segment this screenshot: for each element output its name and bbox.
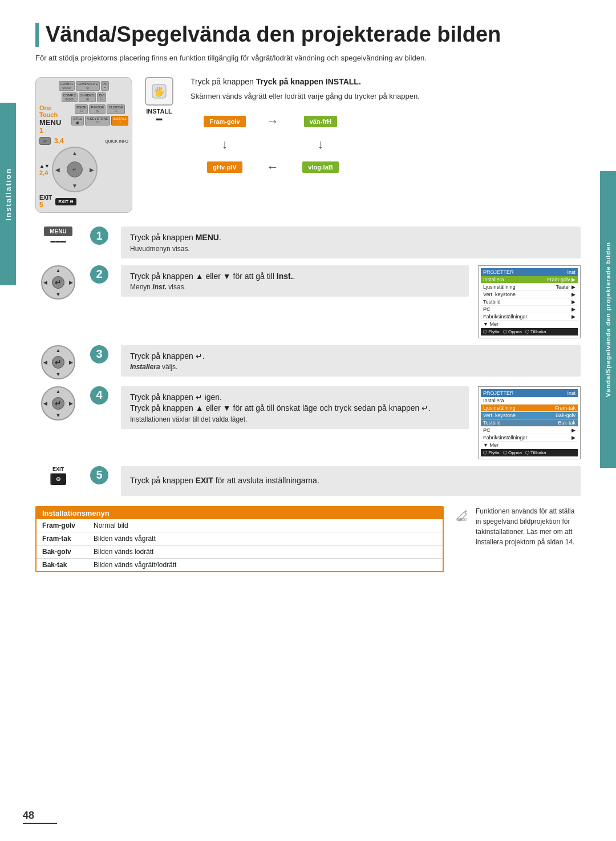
screen2-header: PROJETTER Inst (481, 389, 578, 397)
screen1-row-4: PC▶ (481, 306, 578, 313)
step-4-icon: ▲ ▼ ◀ ▶ ↵ (35, 386, 81, 420)
step-3-nav: ▲ ▼ ◀ ▶ ↵ (41, 345, 75, 379)
step-2-nav-down: ▼ (56, 292, 61, 297)
obs-text: Funktionen används för att ställa in spe… (476, 506, 581, 547)
sidebar-right: Vända/Spegelvända den projekterade bilde… (600, 171, 616, 468)
step-3-main-text: Tryck på knappen ↵. (130, 351, 572, 362)
composite-button: COMPOSITE⊙ (76, 81, 100, 91)
psize-button: PSIZE□ (75, 104, 88, 114)
step-2-nav: ▲ ▼ ◀ ▶ ↵ (41, 265, 75, 300)
nav-circle: ▲ ▼ ◀ ▶ ↵ (52, 147, 98, 192)
step-2-nav-left: ◀ (43, 280, 47, 285)
nav-up-arrow[interactable]: ▲ (72, 150, 78, 156)
step-4-nav: ▲ ▼ ◀ ▶ ↵ (41, 386, 75, 420)
quick-button: QUICK (105, 139, 117, 143)
diagram-bottom-right: vlog-laB (302, 161, 338, 173)
diagram-top-right: vän-frH (304, 116, 338, 127)
arrow-down-right-icon: ↓ (318, 137, 324, 152)
step-3-sub-text: Installera väljs. (130, 363, 572, 371)
pamode-button: P.MODE⊙ (89, 104, 106, 114)
install-icon-area: 🖐 INSTALL▬ (145, 77, 173, 122)
table-cell-key: Bak-tak (37, 558, 88, 571)
step-2-main-text: Tryck på knappen ▲ eller ▼ för att gå ti… (130, 271, 460, 282)
screen2-row-4: PC▶ (481, 427, 578, 434)
nav-right-arrow[interactable]: ▶ (90, 167, 94, 173)
table-row: Bak-golv Bilden vänds lodrätt (37, 545, 443, 558)
table-cell-value: Bilden vänds lodrätt (88, 545, 443, 558)
step-1-icon: MENU ▬▬▬ (35, 227, 81, 244)
one-touch-label: One Touch (39, 104, 67, 118)
sidebar-right-label: Vända/Spegelvända den projekterade bilde… (605, 242, 611, 397)
step-3-nav-left: ◀ (43, 359, 47, 365)
step-1-row: MENU ▬▬▬ 1 Tryck på knappen MENU. Huvudm… (35, 227, 581, 258)
screen1-row-6: ▼ Mer (481, 321, 578, 328)
step-4-row: ▲ ▼ ◀ ▶ ↵ 4 Tryck på knappen ↵ igen. Try… (35, 386, 581, 459)
step-4-content: Tryck på knappen ↵ igen. Tryck på knappe… (121, 386, 469, 429)
step-5-icon: EXIT ⊖ (35, 466, 81, 485)
screen1-row-3: Testbild▶ (481, 298, 578, 306)
install-icon: 🖐 (145, 77, 173, 106)
dvi-button: DVI□ (97, 92, 106, 102)
screen2-row-2: Vert. keystoneBak-golv (481, 412, 578, 419)
menu-btn-icon: MENU (44, 227, 72, 236)
step-3-nav-right: ▶ (69, 359, 73, 365)
table-cell-value: Normal bild (88, 519, 443, 532)
nav-down-arrow[interactable]: ▼ (72, 183, 78, 189)
exit-label: EXIT (39, 195, 52, 201)
table-cell-key: Fram-tak (37, 532, 88, 545)
step-4-main-text: Tryck på knappen ↵ igen. Tryck på knappe… (130, 392, 460, 414)
step-1-content: Tryck på knappen MENU. Huvudmenyn visas. (121, 227, 581, 258)
table-cell-value: Bilden vänds vågrätt/lodrätt (88, 558, 443, 571)
nav-left-arrow[interactable]: ◀ (55, 167, 60, 173)
instructions-area: Tryck på knappen Tryck på knappen INSTAL… (185, 77, 581, 213)
arrow-right-icon: → (266, 114, 279, 129)
sidebar-left-label: Installation (4, 168, 13, 221)
pc-button: PC⌐ (101, 81, 109, 91)
screen2-row-5: Fabriksinställningar▶ (481, 434, 578, 442)
step-2-nav-center: ↵ (52, 276, 64, 289)
table-cell-value: Bilden vänds vågrätt (88, 532, 443, 545)
table-cell-key: Bak-golv (37, 545, 88, 558)
table-row: Fram-golv Normal bild (37, 519, 443, 532)
top-section: COMP.1⊙⊙⊙ COMPOSITE⊙ PC⌐ COMP.2⊙⊙⊙ S-VID… (35, 77, 581, 213)
svideo-button: S-VIDEO⊙ (79, 92, 96, 102)
step-1-number: 1 (90, 227, 108, 245)
projector-screen-1: PROJETTER Inst InstalleraFram-golv ▶ Lju… (478, 265, 581, 338)
vkeystone-button: V.KEYSTONE□ (85, 116, 110, 126)
step-4-sub-text: Installationen växlar till det valda läg… (130, 415, 460, 423)
page-number: 48 (23, 810, 57, 824)
step-3-row: ▲ ▼ ◀ ▶ ↵ 3 Tryck på knappen ↵. Installe… (35, 345, 581, 379)
step-5-exit-btn[interactable]: ⊖ (50, 473, 66, 485)
step-4-number: 4 (90, 386, 108, 405)
sidebar-left: Installation (0, 103, 16, 285)
diagram-bottom-left: gHv-pIV (207, 161, 242, 173)
comp2-button: COMP.2⊙⊙⊙ (62, 92, 78, 102)
step-1-main-text: Tryck på knappen MENU. (130, 232, 572, 244)
step-2-number: 2 (90, 265, 108, 284)
svg-text:🖐: 🖐 (153, 86, 165, 97)
step-3-nav-down: ▼ (56, 371, 61, 377)
install-button[interactable]: INSTALL□ (111, 116, 128, 126)
info-button: INFO (119, 139, 128, 143)
step-2-nav-up: ▲ (56, 268, 61, 273)
install-menu-table-wrap: Installationsmenyn Fram-golv Normal bild… (35, 506, 444, 572)
screen1-row-2: Vert. keystone▶ (481, 291, 578, 298)
step-num-1: 1 (39, 127, 67, 135)
arrow-left-icon: ← (266, 160, 279, 175)
step-4-nav-down: ▼ (56, 413, 61, 418)
remote-control: COMP.1⊙⊙⊙ COMPOSITE⊙ PC⌐ COMP.2⊙⊙⊙ S-VID… (35, 77, 138, 213)
step-2-icon: ▲ ▼ ◀ ▶ ↵ (35, 265, 81, 300)
exit-button[interactable]: EXIT ⊖ (55, 198, 76, 205)
steps-container: MENU ▬▬▬ 1 Tryck på knappen MENU. Huvudm… (35, 227, 581, 496)
step-5-row: EXIT ⊖ 5 Tryck på knappen EXIT för att a… (35, 466, 581, 496)
arrow-down-left-icon: ↓ (222, 137, 228, 152)
step-3-nav-up: ▲ (56, 347, 61, 353)
nav-center-button[interactable]: ↵ (67, 161, 83, 177)
exit-icon-area: EXIT ⊖ (50, 466, 66, 485)
table-row: Bak-tak Bilden vänds vågrätt/lodrätt (37, 558, 443, 571)
step-2-sub-text: Menyn Inst. visas. (130, 283, 460, 291)
enter-button[interactable]: ↵ (39, 137, 51, 145)
screen1-row-5: Fabriksinställningar▶ (481, 313, 578, 321)
install-menu-table: Fram-golv Normal bild Fram-tak Bilden vä… (37, 519, 443, 571)
screen2-row-6: ▼ Mer (481, 442, 578, 449)
